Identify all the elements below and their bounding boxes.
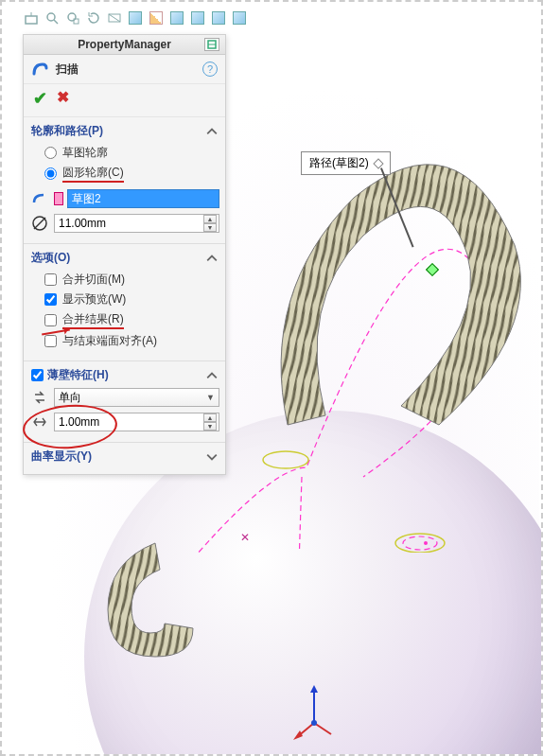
property-manager-panel: PropertyManager 扫描 ? ✔ ✖ 轮廓和路径(P) — [23, 34, 226, 475]
profile-path-section: 轮廓和路径(P) 草图轮廓 圆形轮廓(C) 草图2 — [24, 117, 225, 244]
thickness-input[interactable]: 1.00mm ▲ ▼ — [54, 413, 219, 431]
view-iso1-icon[interactable] — [168, 9, 185, 26]
ok-cancel-row: ✔ ✖ — [24, 84, 225, 117]
options-header[interactable]: 选项(O) — [24, 248, 225, 268]
sweep-preview-main — [269, 141, 534, 447]
svg-marker-18 — [293, 730, 303, 740]
thin-feature-checkbox[interactable] — [31, 369, 44, 381]
section-view-icon[interactable] — [106, 9, 123, 26]
svg-line-7 — [109, 14, 120, 22]
spin-down-button[interactable]: ▼ — [203, 422, 217, 431]
path-selection-field[interactable]: 草图2 — [67, 189, 219, 208]
selection-filter-icon[interactable] — [54, 192, 63, 205]
profile-path-header[interactable]: 轮廓和路径(P) — [24, 121, 225, 141]
check-align-end[interactable]: 与结束端面对齐(A) — [44, 331, 219, 351]
panel-header: PropertyManager — [24, 35, 225, 55]
spin-down-button[interactable]: ▼ — [203, 223, 217, 232]
origin-triad[interactable] — [295, 685, 333, 745]
chevron-down-icon — [206, 451, 218, 463]
cancel-button[interactable]: ✖ — [57, 88, 69, 109]
chevron-up-icon — [206, 253, 218, 264]
svg-point-20 — [311, 720, 317, 726]
diameter-row: 11.00mm ▲ ▼ — [24, 211, 225, 236]
rotate-view-icon[interactable] — [85, 9, 102, 26]
callout-label: 路径(草图2) — [309, 155, 369, 171]
pin-panel-button[interactable] — [204, 38, 219, 51]
view-toolbar — [23, 9, 248, 26]
thin-direction-select[interactable]: 单向 ▼ — [54, 388, 219, 407]
curvature-header[interactable]: 曲率显示(Y) — [24, 447, 225, 466]
chevron-up-icon — [206, 126, 218, 137]
path-selection-row: 草图2 — [24, 186, 225, 211]
reverse-direction-icon[interactable] — [29, 389, 50, 406]
options-section: 选项(O) 合并切面(M) 显示预览(W) 合并结果(R) — [24, 244, 225, 361]
diameter-icon — [29, 215, 50, 232]
thin-feature-header[interactable]: 薄壁特征(H) — [24, 365, 225, 385]
sweep-preview-secondary — [98, 534, 212, 669]
curvature-section: 曲率显示(Y) — [24, 443, 225, 474]
svg-marker-16 — [310, 685, 318, 693]
path-callout[interactable]: 路径(草图2) — [301, 151, 391, 175]
check-show-preview[interactable]: 显示预览(W) — [44, 290, 219, 309]
path-slot-icon — [29, 191, 50, 206]
radio-circular-profile[interactable]: 圆形轮廓(C) — [44, 163, 219, 185]
help-button[interactable]: ? — [202, 62, 218, 77]
graphics-viewport[interactable]: ✕ 路径(草图2) — [4, 4, 539, 752]
diameter-input[interactable]: 11.00mm ▲ ▼ — [54, 214, 219, 233]
svg-rect-0 — [26, 16, 37, 24]
view-iso2-icon[interactable] — [189, 9, 206, 26]
zoom-fit-icon[interactable] — [44, 9, 61, 26]
svg-line-24 — [34, 218, 45, 229]
panel-title: PropertyManager — [78, 38, 171, 51]
dropdown-arrow-icon: ▼ — [206, 393, 215, 402]
check-merge-tangent[interactable]: 合并切面(M) — [44, 270, 219, 290]
view-iso3-icon[interactable] — [210, 9, 227, 26]
sweep-feature-icon — [31, 61, 48, 78]
spin-up-button[interactable]: ▲ — [203, 413, 217, 422]
svg-point-2 — [47, 13, 55, 21]
thin-thickness-row: 1.00mm ▲ ▼ — [24, 410, 225, 434]
spin-up-button[interactable]: ▲ — [203, 215, 217, 223]
thickness-icon — [29, 413, 50, 431]
view-iso4-icon[interactable] — [231, 9, 248, 26]
ok-button[interactable]: ✔ — [33, 88, 47, 109]
thin-feature-section: 薄壁特征(H) 单向 ▼ 1.00mm ▲ — [24, 361, 225, 443]
svg-point-4 — [68, 13, 76, 21]
zoom-area-icon[interactable] — [64, 9, 81, 26]
svg-line-3 — [54, 20, 58, 24]
radio-sketch-profile[interactable]: 草图轮廓 — [44, 143, 219, 163]
display-style-icon[interactable] — [127, 9, 144, 26]
feature-name: 扫描 — [56, 62, 79, 78]
chevron-up-icon — [206, 370, 218, 381]
thin-direction-row: 单向 ▼ — [24, 385, 225, 410]
feature-title-row: 扫描 ? — [24, 55, 225, 84]
view-front-icon[interactable] — [23, 9, 40, 26]
svg-line-19 — [314, 723, 331, 734]
edit-appearance-icon[interactable] — [148, 9, 165, 26]
